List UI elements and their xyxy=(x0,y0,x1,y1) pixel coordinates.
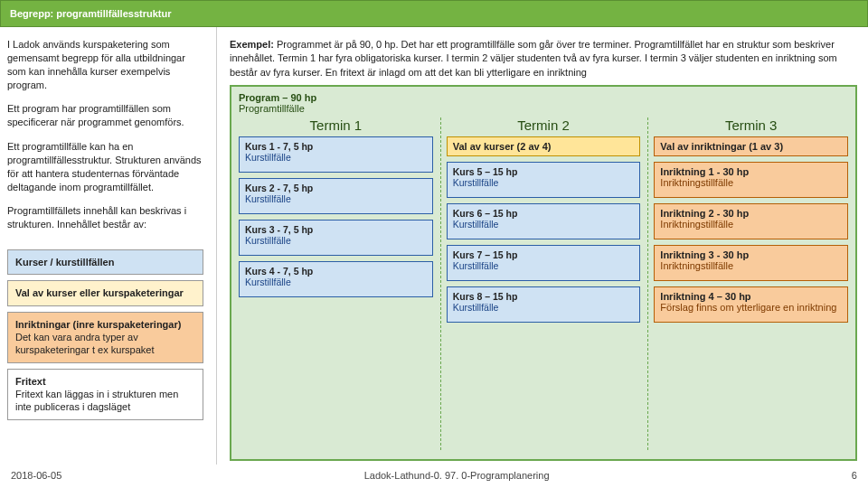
val-heading: Val av kurser (2 av 4) xyxy=(447,136,641,156)
content-boxes: Kurser / kurstillfällen Val av kurser el… xyxy=(7,249,203,419)
kurs-card: Kurs 6 – 15 hpKurstillfälle xyxy=(447,203,641,239)
term-1: Termin 1 Kurs 1 - 7, 5 hpKurstillfälle K… xyxy=(239,117,433,450)
page-title: Begrepp: programtillfällesstruktur xyxy=(0,0,868,27)
kurs-card: Kurs 4 - 7, 5 hpKurstillfälle xyxy=(239,261,433,297)
kurs-card: Kurs 2 - 7, 5 hpKurstillfälle xyxy=(239,178,433,214)
term-head: Termin 2 xyxy=(447,117,641,133)
footer-page: 6 xyxy=(852,470,857,481)
kurs-card: Kurs 5 – 15 hpKurstillfälle xyxy=(447,162,641,198)
program-title: Program – 90 hp xyxy=(239,92,848,103)
kurs-card: Kurs 8 – 15 hpKurstillfälle xyxy=(447,286,641,323)
inrikt-card: Inriktning 3 - 30 hpInriktningstillfälle xyxy=(654,245,848,281)
box-inriktningar: Inriktningar (inre kurspaketeringar)Det … xyxy=(7,312,203,363)
program-box: Program – 90 hp Programtillfälle Termin … xyxy=(230,85,857,461)
left-column: I Ladok används kurspaketering som gemen… xyxy=(0,27,217,465)
term-head: Termin 3 xyxy=(654,117,848,133)
term-3: Termin 3 Val av inriktningar (1 av 3) In… xyxy=(647,117,848,450)
footer-center: Ladok-Lathund-0. 97. 0-Programplanering xyxy=(364,470,550,481)
intro-p4: Programtillfällets innehåll kan beskriva… xyxy=(7,204,203,231)
inrikt-card: Inriktning 4 – 30 hpFörslag finns om ytt… xyxy=(654,286,848,323)
kurs-card: Kurs 1 - 7, 5 hpKurstillfälle xyxy=(239,136,433,173)
term-head: Termin 1 xyxy=(239,117,433,133)
term-2: Termin 2 Val av kurser (2 av 4) Kurs 5 –… xyxy=(440,117,641,450)
footer-date: 2018-06-05 xyxy=(11,470,61,481)
terms: Termin 1 Kurs 1 - 7, 5 hpKurstillfälle K… xyxy=(239,117,848,450)
intro-p3: Ett programtillfälle kan ha en programti… xyxy=(7,140,203,193)
box-val: Val av kurser eller kurspaketeringar xyxy=(7,280,203,305)
intro-p1: I Ladok används kurspaketering som gemen… xyxy=(7,38,203,91)
right-column: Exempel: Programmet är på 90, 0 hp. Det … xyxy=(217,27,868,465)
inrikt-card: Inriktning 2 - 30 hpInriktningstillfälle xyxy=(654,203,848,239)
inrikt-card: Inriktning 1 - 30 hpInriktningstillfälle xyxy=(654,162,848,198)
box-fritext: FritextFritext kan läggas in i strukture… xyxy=(7,369,203,420)
footer: 2018-06-05 Ladok-Lathund-0. 97. 0-Progra… xyxy=(0,465,868,488)
example-text: Exempel: Programmet är på 90, 0 hp. Det … xyxy=(230,38,857,80)
main: I Ladok används kurspaketering som gemen… xyxy=(0,27,868,465)
box-kurser: Kurser / kurstillfällen xyxy=(7,249,203,275)
kurs-card: Kurs 7 – 15 hpKurstillfälle xyxy=(447,245,641,281)
kurs-card: Kurs 3 - 7, 5 hpKurstillfälle xyxy=(239,220,433,256)
program-sub: Programtillfälle xyxy=(239,103,848,114)
inrikt-heading: Val av inriktningar (1 av 3) xyxy=(654,136,848,156)
intro-p2: Ett program har programtillfällen som sp… xyxy=(7,102,203,129)
